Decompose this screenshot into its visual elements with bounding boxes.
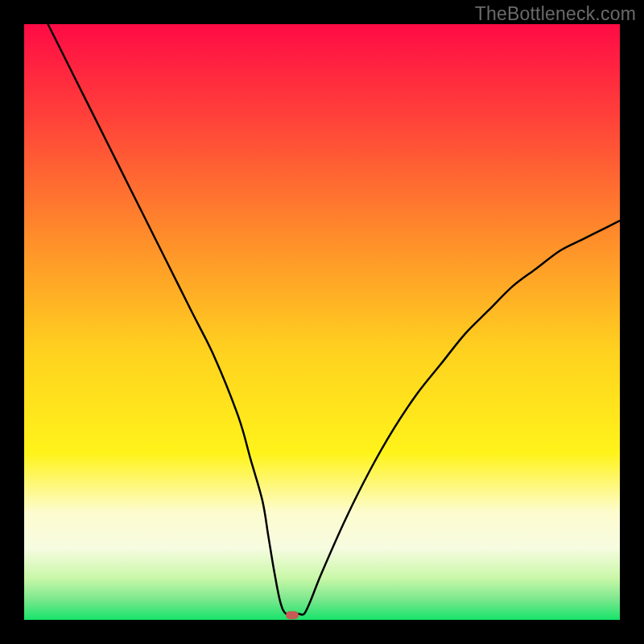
bottleneck-curve-chart bbox=[24, 24, 620, 620]
plot-area bbox=[24, 24, 620, 620]
gradient-background bbox=[24, 24, 620, 620]
chart-frame: TheBottleneck.com bbox=[0, 0, 644, 644]
watermark-text: TheBottleneck.com bbox=[475, 3, 636, 25]
optimal-point-marker bbox=[286, 611, 299, 619]
